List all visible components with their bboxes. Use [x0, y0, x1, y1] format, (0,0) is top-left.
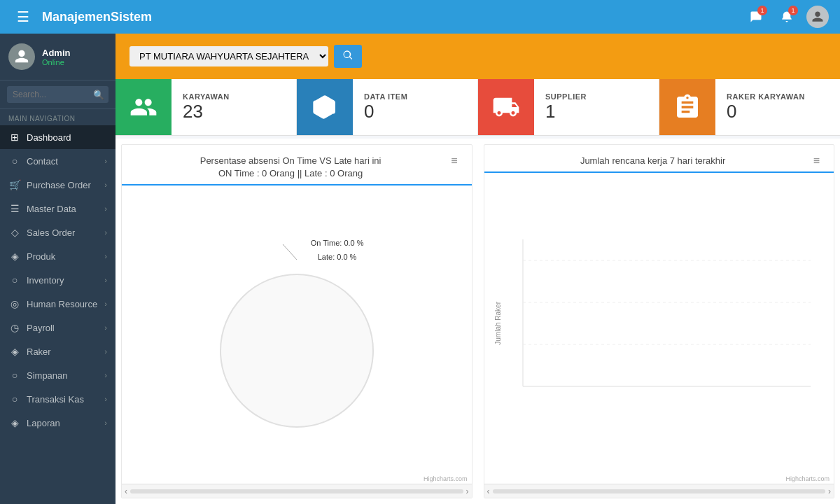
supplier-label: SUPPLIER [545, 92, 587, 101]
sidebar-item-simpanan[interactable]: ○ Simpanan › [0, 363, 115, 387]
sidebar-item-purchase-order[interactable]: 🛒 Purchase Order › [0, 173, 115, 197]
chevron-right-icon: › [104, 228, 107, 237]
sidebar-status: Online [42, 58, 70, 66]
bar-chart-menu-button[interactable]: ≡ [811, 155, 822, 167]
sidebar-section-label: MAIN NAVIGATION [0, 109, 115, 125]
sidebar-item-human-resource[interactable]: ◎ Human Resource › [0, 292, 115, 316]
bar-chart-svg [502, 232, 827, 414]
bar-chart-credit: Highcharts.com [484, 474, 834, 484]
sidebar-username: Admin [42, 48, 70, 58]
chevron-right-icon: › [104, 300, 107, 308]
sidebar-item-inventory[interactable]: ○ Inventory › [0, 268, 115, 292]
chevron-right-icon: › [104, 181, 107, 189]
chevron-right-icon: › [104, 419, 107, 427]
inventory-icon: ○ [8, 274, 21, 286]
karyawan-value: 23 [183, 101, 230, 122]
sidebar-item-dashboard[interactable]: ⊞ Dashboard [0, 125, 115, 149]
pie-chart-scrollbar: ‹ › [122, 484, 472, 498]
supplier-icon-box [478, 79, 534, 135]
notification-button[interactable]: 1 [776, 6, 798, 28]
simpanan-icon: ○ [8, 370, 21, 381]
raker-karyawan-icon-box [659, 79, 715, 135]
data-item-label: DATA ITEM [364, 92, 407, 101]
stats-row: KARYAWAN 23 DATA ITEM 0 SUPPLIER [115, 79, 840, 136]
karyawan-icon-box [115, 79, 172, 135]
sidebar-user: Admin Online [0, 34, 115, 80]
search-icon: 🔍 [93, 90, 104, 100]
sidebar-item-label: Master Data [27, 204, 76, 214]
brand-logo: ManajemenSistem [42, 10, 152, 24]
sidebar-item-master-data[interactable]: ☰ Master Data › [0, 197, 115, 220]
scroll-left-button[interactable]: ‹ [125, 486, 127, 496]
bar-chart-scrollbar: ‹ › [484, 484, 834, 498]
pie-chart-title: Persentase absensi On Time VS Late hari … [133, 155, 448, 180]
human-resource-icon: ◎ [8, 298, 21, 309]
message-button[interactable]: 1 [745, 6, 767, 28]
scroll-left-button[interactable]: ‹ [487, 486, 490, 496]
hamburger-button[interactable]: ☰ [11, 6, 35, 28]
bar-chart-svg-area [502, 232, 827, 414]
pie-chart-menu-button[interactable]: ≡ [448, 155, 460, 167]
payroll-icon: ◷ [8, 322, 21, 333]
purchase-order-icon: 🛒 [8, 179, 21, 190]
laporan-icon: ◈ [8, 417, 21, 428]
sidebar: Admin Online 🔍 MAIN NAVIGATION ⊞ Dashboa… [0, 34, 115, 504]
raker-karyawan-label: RAKER KARYAWAN [727, 92, 805, 101]
scroll-right-button[interactable]: › [466, 486, 469, 496]
hamburger-icon: ☰ [17, 9, 29, 24]
chevron-right-icon: › [104, 371, 107, 379]
chevron-right-icon: › [104, 323, 107, 332]
scroll-right-button[interactable]: › [828, 486, 831, 496]
transaksi-kas-icon: ○ [8, 393, 21, 405]
dashboard-icon: ⊞ [8, 132, 21, 143]
sidebar-item-label: Human Resource [27, 299, 97, 309]
sidebar-item-label: Raker [27, 346, 51, 357]
company-select[interactable]: PT MUTIARA WAHYUARTA SEJAHTERA [130, 46, 328, 66]
sidebar-item-contact[interactable]: ○ Contact › [0, 149, 115, 173]
sidebar-item-label: Sales Order [27, 227, 75, 238]
raker-karyawan-value: 0 [727, 101, 805, 122]
notification-badge: 1 [788, 6, 798, 15]
main-content: PT MUTIARA WAHYUARTA SEJAHTERA KARYAWAN … [115, 34, 840, 504]
bar-chart-body: Jumlah Raker [484, 173, 834, 474]
sidebar-item-label: Contact [27, 156, 58, 167]
chevron-right-icon: › [104, 157, 107, 165]
pie-chart-panel: Persentase absensi On Time VS Late hari … [121, 144, 472, 498]
karyawan-label: KARYAWAN [183, 92, 230, 101]
sidebar-item-label: Transaksi Kas [27, 394, 84, 405]
sidebar-item-raker[interactable]: ◈ Raker › [0, 340, 115, 363]
pie-chart-credit: Highcharts.com [122, 474, 472, 484]
bar-chart-panel: Jumlah rencana kerja 7 hari terakhir ≡ J… [484, 144, 835, 498]
bar-chart-title: Jumlah rencana kerja 7 hari terakhir [496, 155, 811, 167]
chevron-right-icon: › [104, 347, 107, 356]
pie-chart-body: On Time: 0.0 % Late: 0.0 % [122, 186, 472, 474]
stat-card-raker-karyawan: RAKER KARYAWAN 0 [659, 79, 840, 135]
sidebar-item-label: Purchase Order [27, 180, 91, 190]
charts-row: Persentase absensi On Time VS Late hari … [115, 139, 840, 504]
scroll-track [130, 489, 463, 493]
stat-card-supplier: SUPPLIER 1 [478, 79, 659, 135]
user-avatar[interactable] [806, 6, 829, 28]
company-header: PT MUTIARA WAHYUARTA SEJAHTERA [115, 34, 840, 79]
sidebar-item-label: Payroll [27, 323, 55, 333]
scroll-track [493, 489, 826, 493]
master-data-icon: ☰ [8, 203, 21, 214]
y-axis-label: Jumlah Raker [491, 302, 502, 345]
stat-card-karyawan: KARYAWAN 23 [115, 79, 297, 135]
sidebar-item-payroll[interactable]: ◷ Payroll › [0, 316, 115, 340]
sidebar-item-label: Laporan [27, 418, 60, 428]
topbar-icons: 1 1 [745, 6, 829, 28]
sales-order-icon: ◇ [8, 227, 21, 238]
sidebar-avatar-icon [8, 43, 35, 70]
sidebar-item-transaksi-kas[interactable]: ○ Transaksi Kas › [0, 387, 115, 411]
chevron-right-icon: › [104, 252, 107, 260]
chevron-right-icon: › [104, 276, 107, 284]
sidebar-item-label: Simpanan [27, 370, 68, 381]
pie-chart-circle [220, 274, 374, 428]
chevron-right-icon: › [104, 204, 107, 213]
message-badge: 1 [757, 6, 767, 15]
sidebar-item-laporan[interactable]: ◈ Laporan › [0, 411, 115, 435]
sidebar-item-produk[interactable]: ◈ Produk › [0, 244, 115, 268]
company-search-button[interactable] [334, 45, 362, 68]
sidebar-item-sales-order[interactable]: ◇ Sales Order › [0, 220, 115, 244]
